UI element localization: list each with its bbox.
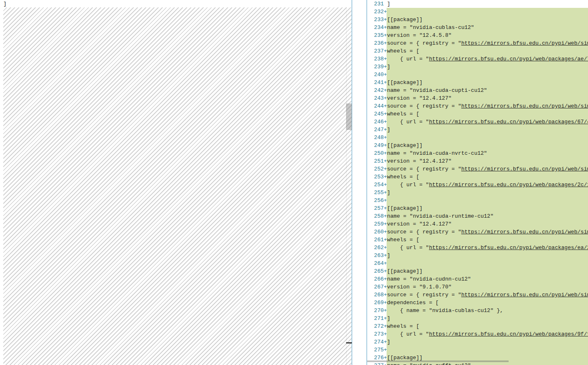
line-number[interactable]: 260 [368, 228, 384, 236]
line-number[interactable]: 246 [368, 118, 384, 126]
line-number[interactable]: 244 [368, 102, 384, 110]
line-content[interactable]: ] [387, 63, 588, 71]
line-content[interactable]: [[package]] [387, 16, 588, 24]
line-content[interactable]: { url = "https://mirrors.bfsu.edu.cn/pyp… [387, 118, 588, 126]
line-number[interactable]: 264 [368, 259, 384, 267]
line-content[interactable]: version = "9.1.0.70" [387, 283, 588, 291]
line-number[interactable]: 257 [368, 204, 384, 212]
line-number[interactable]: 248 [368, 134, 384, 142]
line-content[interactable] [387, 71, 588, 79]
url-link[interactable]: https://mirrors.bfsu.edu.cn/pypi/web/sim… [461, 292, 588, 298]
line-content[interactable] [387, 8, 588, 16]
line-content[interactable]: source = { registry = "https://mirrors.b… [387, 291, 588, 299]
url-link[interactable]: https://mirrors.bfsu.edu.cn/pypi/web/sim… [461, 229, 588, 235]
line-content[interactable]: wheels = [ [387, 173, 588, 181]
line-number[interactable]: 271 [368, 315, 384, 322]
line-content[interactable]: version = "12.4.5.8" [387, 31, 588, 39]
line-content[interactable]: ] [387, 338, 588, 346]
line-content[interactable]: ] [387, 0, 588, 8]
line-number[interactable]: 234 [368, 24, 384, 31]
line-content[interactable]: [[package]] [387, 142, 588, 149]
line-content[interactable]: source = { registry = "https://mirrors.b… [387, 39, 588, 47]
line-number[interactable]: 235 [368, 31, 384, 39]
line-content[interactable]: dependencies = [ [387, 299, 588, 307]
line-content[interactable]: wheels = [ [387, 47, 588, 55]
line-number[interactable]: 277 [368, 362, 384, 365]
line-number[interactable]: 261 [368, 236, 384, 244]
line-content[interactable]: version = "12.4.127" [387, 94, 588, 102]
url-link[interactable]: https://mirrors.bfsu.edu.cn/pypi/web/pac… [429, 56, 588, 62]
line-number[interactable]: 265 [368, 267, 384, 275]
line-number[interactable]: 270 [368, 307, 384, 315]
line-number[interactable]: 267 [368, 283, 384, 291]
line-content[interactable]: wheels = [ [387, 322, 588, 330]
line-number[interactable]: 254 [368, 181, 384, 189]
line-content[interactable]: { name = "nvidia-cublas-cu12" }, [387, 307, 588, 315]
line-content[interactable]: wheels = [ [387, 236, 588, 244]
line-number[interactable]: 242 [368, 86, 384, 94]
line-number[interactable]: 263 [368, 252, 384, 259]
line-number[interactable]: 255 [368, 189, 384, 197]
line-content[interactable]: source = { registry = "https://mirrors.b… [387, 102, 588, 110]
line-content[interactable]: version = "12.4.127" [387, 157, 588, 165]
line-content[interactable]: name = "nvidia-cublas-cu12" [387, 24, 588, 31]
line-number[interactable]: 275 [368, 346, 384, 354]
line-number[interactable]: 245 [368, 110, 384, 118]
line-number[interactable]: 272 [368, 322, 384, 330]
line-content[interactable]: [[package]] [387, 79, 588, 86]
line-number[interactable]: 259 [368, 220, 384, 228]
line-content[interactable]: { url = "https://mirrors.bfsu.edu.cn/pyp… [387, 244, 588, 252]
line-number[interactable]: 250 [368, 149, 384, 157]
line-content[interactable] [387, 134, 588, 142]
line-number[interactable]: 231 [368, 0, 384, 8]
line-content[interactable]: { url = "https://mirrors.bfsu.edu.cn/pyp… [387, 181, 588, 189]
line-number[interactable]: 236 [368, 39, 384, 47]
url-link[interactable]: https://mirrors.bfsu.edu.cn/pypi/web/sim… [461, 40, 588, 46]
url-link[interactable]: https://mirrors.bfsu.edu.cn/pypi/web/pac… [429, 182, 588, 188]
line-number[interactable]: 274 [368, 338, 384, 346]
line-number[interactable]: 232 [368, 8, 384, 16]
line-number[interactable]: 258 [368, 212, 384, 220]
line-content[interactable]: name = "nvidia-cuda-nvrtc-cu12" [387, 149, 588, 157]
line-content[interactable] [387, 197, 588, 204]
line-number[interactable]: 268 [368, 291, 384, 299]
url-link[interactable]: https://mirrors.bfsu.edu.cn/pypi/web/sim… [461, 166, 588, 172]
line-number[interactable]: 269 [368, 299, 384, 307]
line-number[interactable]: 252 [368, 165, 384, 173]
line-content[interactable]: ] [387, 189, 588, 197]
line-content[interactable]: name = "nvidia-cudnn-cu12" [387, 275, 588, 283]
horizontal-scrollbar-thumb[interactable] [367, 360, 509, 362]
line-content[interactable]: ] [387, 126, 588, 134]
line-content[interactable]: { url = "https://mirrors.bfsu.edu.cn/pyp… [387, 55, 588, 63]
original-editor[interactable]: ] [0, 0, 352, 365]
url-link[interactable]: https://mirrors.bfsu.edu.cn/pypi/web/pac… [429, 245, 588, 251]
line-content[interactable]: name = "nvidia-cufft-cu12" [387, 362, 588, 365]
url-link[interactable]: https://mirrors.bfsu.edu.cn/pypi/web/pac… [429, 119, 588, 125]
editor-split-sash[interactable] [352, 0, 366, 365]
line-content[interactable] [387, 346, 588, 354]
line-number[interactable]: 239 [368, 63, 384, 71]
modified-editor[interactable]: 231]232+233+[[package]]234+name = "nvidi… [366, 0, 588, 365]
line-number[interactable]: 240 [368, 71, 384, 79]
line-content[interactable]: wheels = [ [387, 110, 588, 118]
line-content[interactable]: source = { registry = "https://mirrors.b… [387, 228, 588, 236]
line-content[interactable]: { url = "https://mirrors.bfsu.edu.cn/pyp… [387, 330, 588, 338]
line-content[interactable]: source = { registry = "https://mirrors.b… [387, 165, 588, 173]
line-content[interactable]: ] [387, 252, 588, 259]
line-content[interactable]: name = "nvidia-cuda-cupti-cu12" [387, 86, 588, 94]
line-number[interactable]: 253 [368, 173, 384, 181]
line-content[interactable]: name = "nvidia-cuda-runtime-cu12" [387, 212, 588, 220]
line-content[interactable]: [[package]] [387, 267, 588, 275]
line-number[interactable]: 256 [368, 197, 384, 204]
vertical-scrollbar-thumb[interactable] [346, 103, 352, 130]
line-number[interactable]: 238 [368, 55, 384, 63]
line-number[interactable]: 262 [368, 244, 384, 252]
line-content[interactable]: [[package]] [387, 204, 588, 212]
url-link[interactable]: https://mirrors.bfsu.edu.cn/pypi/web/sim… [461, 103, 588, 109]
line-number[interactable]: 273 [368, 330, 384, 338]
line-content[interactable]: version = "12.4.127" [387, 220, 588, 228]
line-number[interactable]: 243 [368, 94, 384, 102]
line-content[interactable] [387, 259, 588, 267]
line-number[interactable]: 241 [368, 79, 384, 86]
line-number[interactable]: 233 [368, 16, 384, 24]
